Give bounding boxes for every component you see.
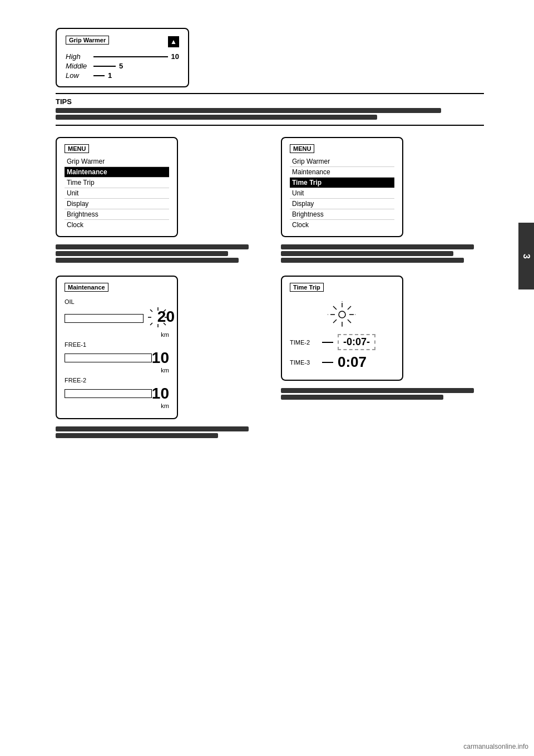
- maint-oil-value-area: 20: [147, 306, 169, 330]
- menu-maintenance-items: Grip Warmer Maintenance Time Trip Unit D: [65, 156, 169, 230]
- level-low-row: Low 1: [66, 71, 179, 80]
- maint-free2-unit: km: [65, 402, 169, 409]
- menu-timetrip-items: Grip Warmer Maintenance Time Trip Unit D: [290, 156, 394, 230]
- menu-tt-item-unit[interactable]: Unit: [290, 188, 394, 199]
- maint-free1-label: FREE-1: [65, 341, 169, 348]
- menu-item-time-trip[interactable]: Time Trip: [65, 178, 169, 188]
- maint-oil-value: 20: [157, 309, 175, 325]
- grip-warmer-label: Grip Warmer: [66, 36, 109, 45]
- time-trip-screen: Time Trip: [281, 276, 403, 381]
- top-grip-warmer-area: Grip Warmer ▲ High 10 Middle: [56, 28, 484, 87]
- text-below-maintenance: [56, 425, 259, 440]
- left-middle-col: MENU Grip Warmer Maintenance Time Trip: [56, 137, 259, 264]
- maint-oil-unit: km: [65, 331, 169, 338]
- menu-timetrip-label: MENU: [290, 144, 314, 153]
- right-middle-col: MENU Grip Warmer Maintenance Time Trip: [281, 137, 484, 264]
- maint-free1-row: FREE-1 10 km: [65, 341, 169, 374]
- maint-oil-row: OIL: [65, 298, 169, 338]
- level-low-value: 1: [108, 71, 112, 80]
- time2-bar: [322, 342, 333, 343]
- menu-tt-item-maintenance[interactable]: Maintenance: [290, 167, 394, 178]
- menu-tt-item-grip-warmer[interactable]: Grip Warmer: [290, 156, 394, 167]
- menu-tt-item-clock[interactable]: Clock: [290, 220, 394, 230]
- level-low-label: Low: [66, 71, 93, 80]
- menu-tt-item-display[interactable]: Display: [290, 199, 394, 209]
- level-high-value: 10: [171, 52, 179, 61]
- maint-oil-label: OIL: [65, 298, 169, 305]
- maint-free1-value: 10: [152, 349, 169, 367]
- text-below-timetrip: [281, 386, 484, 401]
- time2-label: TIME-2: [290, 339, 318, 346]
- bottom-left-col: Maintenance OIL: [56, 276, 259, 440]
- menu-item-unit[interactable]: Unit: [65, 188, 169, 199]
- maintenance-screen-label: Maintenance: [65, 283, 108, 292]
- tips-line2: [56, 115, 377, 120]
- svg-line-13: [333, 306, 337, 310]
- menu-timetrip-screen: MENU Grip Warmer Maintenance Time Trip: [281, 137, 403, 237]
- menu-item-clock[interactable]: Clock: [65, 220, 169, 230]
- bottom-section: Maintenance OIL: [56, 276, 484, 440]
- maint-free2-value: 10: [152, 385, 169, 402]
- maint-free1-unit: km: [65, 367, 169, 374]
- maint-oil-bar: [65, 314, 144, 323]
- page-container: 3 Grip Warmer ▲ High 10: [0, 0, 534, 756]
- menu-tt-item-timetrip-active[interactable]: Time Trip: [290, 178, 394, 188]
- svg-point-8: [339, 311, 345, 318]
- level-middle-value: 5: [119, 62, 123, 70]
- time3-value: 0:07: [338, 354, 367, 371]
- level-high-row: High 10: [66, 52, 179, 61]
- level-high-label: High: [66, 52, 93, 61]
- middle-section: MENU Grip Warmer Maintenance Time Trip: [56, 137, 484, 264]
- time3-row: TIME-3 0:07: [290, 354, 394, 371]
- time2-value: -0:07-: [338, 334, 375, 350]
- menu-maintenance-screen: MENU Grip Warmer Maintenance Time Trip: [56, 137, 178, 237]
- maint-free2-row: FREE-2 10 km: [65, 377, 169, 409]
- svg-line-7: [150, 323, 152, 325]
- text-below-menu-left: [56, 243, 259, 264]
- time2-row: TIME-2 -0:07-: [290, 334, 394, 350]
- time3-bar: [322, 362, 333, 363]
- time-trip-icon-area: [290, 301, 394, 328]
- tips-line1: [56, 108, 441, 113]
- time-trip-radiant-icon: [325, 301, 359, 328]
- menu-item-display[interactable]: Display: [65, 199, 169, 209]
- menu-maintenance-label: MENU: [65, 144, 89, 153]
- menu-tt-item-brightness[interactable]: Brightness: [290, 209, 394, 220]
- watermark: carmanualsonline.info: [463, 743, 528, 750]
- maint-free2-label: FREE-2: [65, 377, 169, 384]
- text-below-menu-right: [281, 243, 484, 264]
- grip-warmer-screen: Grip Warmer ▲ High 10 Middle: [56, 28, 189, 87]
- time3-label: TIME-3: [290, 359, 318, 366]
- menu-item-brightness[interactable]: Brightness: [65, 209, 169, 220]
- maint-free2-bar: [65, 389, 152, 398]
- menu-item-grip-warmer[interactable]: Grip Warmer: [65, 156, 169, 167]
- alert-icon: ▲: [168, 36, 179, 47]
- svg-line-4: [150, 310, 152, 312]
- maintenance-screen: Maintenance OIL: [56, 276, 178, 419]
- tips-box: TIPS: [56, 93, 484, 126]
- svg-line-16: [333, 320, 337, 323]
- level-middle-row: Middle 5: [66, 62, 179, 70]
- maint-free1-bar: [65, 354, 152, 362]
- level-middle-label: Middle: [66, 62, 93, 70]
- svg-line-14: [348, 320, 351, 323]
- menu-item-maintenance-active[interactable]: Maintenance: [65, 167, 169, 178]
- main-layout: Grip Warmer ▲ High 10 Middle: [11, 11, 523, 456]
- svg-line-15: [348, 306, 351, 310]
- time-trip-label: Time Trip: [290, 283, 324, 292]
- tips-title: TIPS: [56, 97, 484, 106]
- bottom-right-col: Time Trip: [281, 276, 484, 440]
